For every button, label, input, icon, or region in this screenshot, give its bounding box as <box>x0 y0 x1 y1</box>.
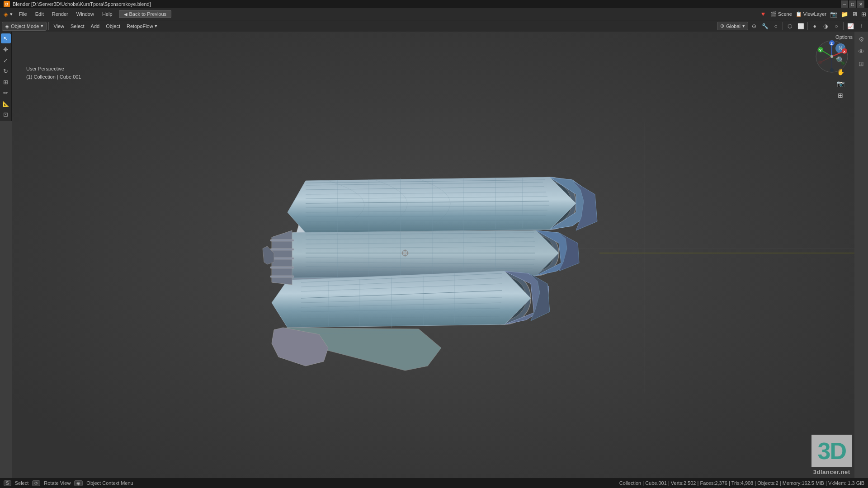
viewport-graph-icon[interactable]: 📈 <box>845 22 855 31</box>
mode-icon: ◈ <box>5 23 9 29</box>
blender-icon: B <box>4 1 10 7</box>
retopoflow-label: RetopoFlow <box>127 23 153 29</box>
svg-text:Y: Y <box>819 48 822 52</box>
select-tool[interactable]: ↖ <box>1 33 11 43</box>
menu-add[interactable]: Add <box>88 23 103 30</box>
watermark: 3D 3dlancer.net <box>811 435 852 475</box>
left-toolbar: ↖ ✥ ⤢ ↻ ⊞ ✏ 📐 ⊡ <box>0 32 12 121</box>
viewport-shading-mat[interactable]: ◑ <box>821 22 830 31</box>
global-label: Global <box>726 23 741 29</box>
view-tool-icon[interactable]: 👁 <box>856 46 867 57</box>
topbar-icon-3[interactable]: 🖥 <box>852 11 858 18</box>
move-tool[interactable]: ✥ <box>1 44 11 54</box>
menu-window[interactable]: Window <box>73 10 98 18</box>
minimize-button[interactable]: ─ <box>841 0 848 8</box>
menu-edit[interactable]: Edit <box>32 10 47 18</box>
menu-help[interactable]: Help <box>99 10 116 18</box>
annotate-tool[interactable]: ✏ <box>1 88 11 98</box>
navigation-gizmo[interactable]: X Y Z <box>814 38 850 75</box>
snap-icon[interactable]: 🔧 <box>760 22 770 31</box>
viewport-extra-icon[interactable]: ⁞ <box>856 22 866 31</box>
viewport-3d[interactable]: User Perspective (1) Collection | Cube.0… <box>12 32 854 478</box>
status-rotate-label: Rotate View <box>44 480 71 486</box>
view-label: View <box>53 23 64 29</box>
editor-type-dropdown-arrow: ▾ <box>10 11 13 17</box>
status-stats: Collection | Cube.001 | Verts:2,502 | Fa… <box>619 480 864 486</box>
mode-selector[interactable]: ◈ Object Mode ▾ <box>2 22 47 31</box>
svg-text:Z: Z <box>830 42 833 46</box>
global-icon: ⊕ <box>720 23 724 29</box>
viewlayer-selector[interactable]: 📋 ViewLayer <box>796 11 826 17</box>
back-arrow-icon: ◀ <box>124 12 127 17</box>
viewport-right-icons: ⊕ Global ▾ ⊙ 🔧 ○ ⬡ ⬜ ● ◑ ○ 📈 ⁞ <box>717 22 866 31</box>
add-label: Add <box>91 23 100 29</box>
model-svg <box>12 32 854 478</box>
scene-label: Scene <box>778 11 792 17</box>
add-cube-tool[interactable]: ⊡ <box>1 109 11 119</box>
mode-label: Object Mode <box>11 23 39 29</box>
menu-retopoflow[interactable]: RetopoFlow ▾ <box>124 22 160 30</box>
viewport-shading-render[interactable]: ○ <box>831 22 841 31</box>
viewport-info-overlay: User Perspective (1) Collection | Cube.0… <box>24 63 84 83</box>
transform-tool[interactable]: ⊞ <box>1 77 11 87</box>
viewport-icon-5[interactable]: ⊞ <box>835 90 845 100</box>
tool-options-icon[interactable]: ⚙ <box>856 34 867 45</box>
viewlayer-label: ViewLayer <box>803 11 826 17</box>
menu-view[interactable]: View <box>51 23 67 30</box>
menu-file[interactable]: File <box>15 10 31 18</box>
back-button-label: Back to Previous <box>129 11 167 17</box>
retopoflow-dropdown-arrow: ▾ <box>155 23 157 29</box>
view-type: User Perspective <box>26 65 81 73</box>
misc-tool-icon[interactable]: ⊞ <box>856 58 867 69</box>
menu-select[interactable]: Select <box>68 23 87 30</box>
pivot-icon[interactable]: ⊙ <box>749 22 759 31</box>
separator-4 <box>843 22 844 30</box>
watermark-url: 3dlancer.net <box>811 469 852 475</box>
separator-1 <box>48 22 49 30</box>
top-right-controls: 🔻 🎬 Scene 📋 ViewLayer 📷 📁 🖥 ⊞ <box>760 11 866 18</box>
measure-tool[interactable]: 📐 <box>1 99 11 108</box>
close-button[interactable]: ✕ <box>857 0 864 8</box>
gizmo-svg: X Y Z <box>814 38 850 75</box>
rotate-tool[interactable]: ↻ <box>1 66 11 76</box>
global-dropdown-arrow: ▾ <box>742 23 745 29</box>
title-bar: B Blender [D:\Server3D\Uchoba\KursTpora\… <box>0 0 868 8</box>
proportional-edit-icon[interactable]: ○ <box>771 22 781 31</box>
key-rotate: ⟳ <box>32 480 40 486</box>
editor-type-icon: ◈ <box>4 11 8 18</box>
topbar-icon-4[interactable]: ⊞ <box>861 11 866 18</box>
svg-text:X: X <box>843 50 846 54</box>
viewport-shading-solid[interactable]: ● <box>810 22 820 31</box>
window-controls: ─ □ ✕ <box>841 0 864 8</box>
maximize-button[interactable]: □ <box>849 0 856 8</box>
status-context-label: Object Context Menu <box>86 480 133 486</box>
scene-icon: 🎬 <box>770 11 777 17</box>
window-title: Blender [D:\Server3D\Uchoba\KursTpora\Sp… <box>13 1 841 7</box>
status-right-info: Collection | Cube.001 | Verts:2,502 | Fa… <box>619 480 864 486</box>
back-to-previous-button[interactable]: ◀ Back to Previous <box>119 10 172 18</box>
scale-tool[interactable]: ⤢ <box>1 55 11 65</box>
key-context: ◉ <box>74 480 83 486</box>
scene-selector[interactable]: 🎬 Scene <box>770 11 792 17</box>
svg-point-116 <box>830 55 833 58</box>
separator-3 <box>807 22 808 30</box>
status-bar: S Select ⟳ Rotate View ◉ Object Context … <box>0 478 868 488</box>
svg-point-111 <box>818 61 822 64</box>
svg-marker-18 <box>288 177 576 233</box>
viewport-toolbar: ◈ Object Mode ▾ View Select Add Object R… <box>0 20 868 32</box>
watermark-3d-text: 3D <box>818 439 846 463</box>
menubar: ◈ ▾ File Edit Render Window Help ◀ Back … <box>0 8 868 20</box>
transform-orientation[interactable]: ⊕ Global ▾ <box>717 22 748 30</box>
viewport-icon-4[interactable]: 📷 <box>835 79 845 89</box>
menu-object[interactable]: Object <box>103 23 123 30</box>
mode-dropdown-arrow: ▾ <box>41 23 43 29</box>
topbar-icon-1[interactable]: 📷 <box>830 11 837 18</box>
xray-icon[interactable]: ⬜ <box>796 22 806 31</box>
menu-render[interactable]: Render <box>48 10 72 18</box>
svg-rect-83 <box>270 239 294 241</box>
topbar-icon-2[interactable]: 📁 <box>841 11 848 18</box>
viewlayer-icon: 📋 <box>796 11 802 17</box>
svg-point-113 <box>841 61 845 65</box>
editor-type-selector[interactable]: ◈ ▾ <box>2 10 14 19</box>
overlay-icon[interactable]: ⬡ <box>785 22 795 31</box>
